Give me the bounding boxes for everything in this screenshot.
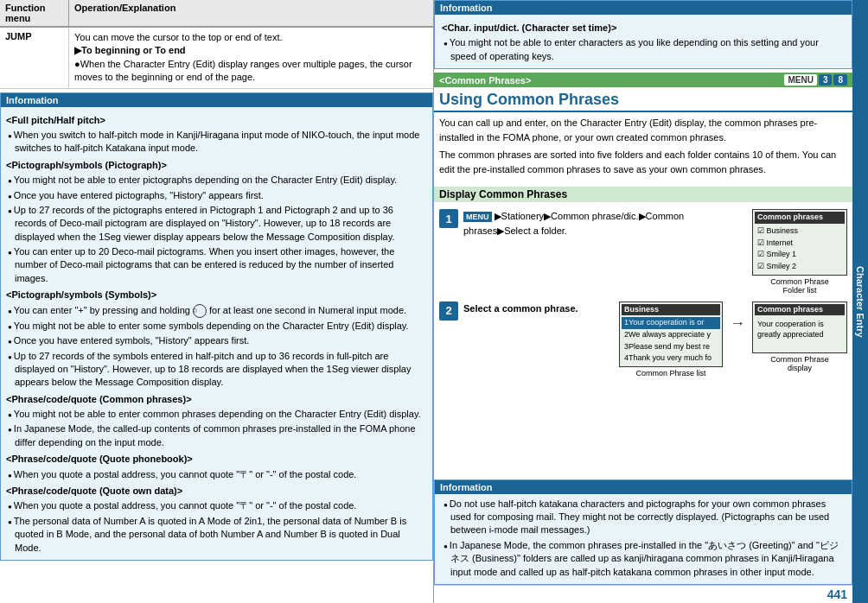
step2-num: 2 bbox=[439, 302, 458, 321]
step2-caption1: Common Phrase list bbox=[635, 369, 705, 378]
left-info-box: Information <Full pitch/Half pitch> When… bbox=[0, 92, 433, 561]
head-full-pitch: <Full pitch/Half pitch> bbox=[6, 114, 427, 127]
step2-caption2: Common Phrasedisplay bbox=[770, 355, 829, 372]
bottom-bullet-2: In Japanese Mode, the common phrases pre… bbox=[442, 539, 845, 579]
step1-caption: Common PhraseFolder list bbox=[770, 277, 829, 295]
page-footer: 441 bbox=[434, 585, 852, 603]
table-row-jump: JUMP You can move the cursor to the top … bbox=[0, 28, 433, 89]
char-input-head: <Char. input/dict. (Character set time)> bbox=[442, 22, 845, 35]
screen2-item4: 4Thank you very much fo bbox=[622, 352, 720, 365]
screen2-title: Business bbox=[622, 304, 720, 316]
head-symbols: <Pictograph/symbols (Symbols)> bbox=[6, 289, 427, 302]
head-pictograph: <Pictograph/symbols (Pictograph)> bbox=[6, 159, 427, 172]
left-info-content: <Full pitch/Half pitch> When you switch … bbox=[1, 107, 432, 560]
bottom-info-box: Information Do not use half-pitch kataka… bbox=[434, 479, 852, 585]
body-para-2: The common phrases are sorted into five … bbox=[439, 148, 847, 176]
step2-screen2: Common phrases Your cooperation is great… bbox=[752, 302, 847, 353]
left-column: Function menu Operation/Explanation JUMP… bbox=[0, 0, 434, 603]
char-input-bullet: You might not be able to enter character… bbox=[442, 36, 845, 63]
screen1-title: Common phrases bbox=[755, 212, 845, 224]
menu-icon: MENU bbox=[463, 212, 492, 222]
bullet-pict-3: Up to 27 records of the pictographs ente… bbox=[6, 204, 427, 244]
left-info-header: Information bbox=[1, 93, 432, 107]
screen3-title: Common phrases bbox=[755, 304, 845, 316]
step2-screen1-container: Business 1Your cooperation is or 2We alw… bbox=[619, 302, 723, 378]
section-tag-bar: <Common Phrases> MENU 3 8 bbox=[434, 73, 852, 87]
op-jump-line1: You can move the cursor to the top or en… bbox=[74, 31, 428, 44]
head-quote-own: <Phrase/code/quote (Quote own data)> bbox=[6, 485, 427, 498]
step2-screen1: Business 1Your cooperation is or 2We alw… bbox=[619, 302, 723, 367]
common-phrases-section: <Common Phrases> MENU 3 8 Using Common P… bbox=[434, 69, 852, 585]
section-tag-label: <Common Phrases> bbox=[439, 75, 531, 86]
bullet-cp-1: You might not be able to enter common ph… bbox=[6, 408, 427, 421]
circle-icon: ○ bbox=[193, 304, 207, 318]
sidebar-label: Character Entry bbox=[852, 0, 868, 603]
section-symbols: <Pictograph/symbols (Symbols)> You can e… bbox=[6, 289, 427, 389]
right-top-info-box: Information <Char. input/dict. (Characte… bbox=[434, 0, 852, 69]
step1-text: MENU ▶Stationery▶Common phrase/dic.▶Comm… bbox=[463, 209, 747, 238]
bullet-pict-4: You can enter up to 20 Deco-mail pictogr… bbox=[6, 245, 427, 285]
table-header: Function menu Operation/Explanation bbox=[0, 0, 433, 28]
step2-images: Business 1Your cooperation is or 2We alw… bbox=[619, 302, 847, 378]
step1-row: 1 MENU ▶Stationery▶Common phrase/dic.▶Co… bbox=[434, 206, 852, 297]
section-common-phrases: <Phrase/code/quote (Common phrases)> You… bbox=[6, 393, 427, 450]
op-jump-line3: ●When the Character Entry (Edit) display… bbox=[74, 58, 428, 85]
head-quote-phonebook: <Phrase/code/quote (Quote phonebook)> bbox=[6, 453, 427, 466]
bottom-info-header: Information bbox=[435, 480, 852, 494]
screen1-item-smiley2: ☑ Smiley 2 bbox=[755, 261, 845, 273]
bullet-qo-1: When you quote a postal address, you can… bbox=[6, 499, 427, 512]
section-body: You can call up and enter, on the Charac… bbox=[434, 112, 852, 183]
section-main-title: Using Common Phrases bbox=[434, 87, 852, 112]
func-jump: JUMP bbox=[0, 28, 69, 88]
bullet-pict-2: Once you have entered pictographs, "Hist… bbox=[6, 189, 427, 202]
num-badge-8: 8 bbox=[833, 74, 847, 86]
screen2-item1: 1Your cooperation is or bbox=[622, 317, 720, 329]
right-col-inner: Information <Char. input/dict. (Characte… bbox=[434, 0, 852, 603]
screen1-item-business: ☑ Business bbox=[755, 225, 845, 238]
bullet-sym-4: Up to 27 records of the symbols entered … bbox=[6, 350, 427, 390]
step1-screen: Common phrases ☑ Business ☑ Internet ☑ S… bbox=[752, 209, 847, 275]
steps-area: 1 MENU ▶Stationery▶Common phrase/dic.▶Co… bbox=[434, 202, 852, 475]
op-jump-line2: ▶To beginning or To end bbox=[74, 44, 428, 57]
step1-image-area: Common phrases ☑ Business ☑ Internet ☑ S… bbox=[752, 209, 847, 294]
right-column: Information <Char. input/dict. (Characte… bbox=[434, 0, 868, 603]
display-section-header: Display Common Phrases bbox=[434, 187, 852, 202]
section-quote-phonebook: <Phrase/code/quote (Quote phonebook)> Wh… bbox=[6, 453, 427, 481]
bullet-pict-1: You might not be able to enter pictograp… bbox=[6, 174, 427, 187]
bullet-cp-2: In Japanese Mode, the called-up contents… bbox=[6, 422, 427, 449]
sidebar-label-text: Character Entry bbox=[855, 266, 865, 338]
num-badge-3: 3 bbox=[819, 74, 833, 86]
right-info-header: Information bbox=[435, 1, 852, 15]
screen1-item-smiley1: ☑ Smiley 1 bbox=[755, 249, 845, 261]
bullet-sym-1: You can enter "+" by pressing and holdin… bbox=[6, 304, 427, 318]
right-col-with-sidebar: Information <Char. input/dict. (Characte… bbox=[434, 0, 868, 603]
bottom-bullet-1: Do not use half-pitch katakana character… bbox=[442, 498, 845, 537]
step2-row: 2 Select a common phrase. Business 1Your… bbox=[434, 298, 852, 381]
screen2-item2: 2We always appreciate y bbox=[622, 329, 720, 341]
op-jump: You can move the cursor to the top or en… bbox=[69, 28, 433, 88]
bullet-qo-2: The personal data of Number A is quoted … bbox=[6, 515, 427, 555]
body-para-1: You can call up and enter, on the Charac… bbox=[439, 116, 847, 144]
screen3-content: Your cooperation is greatly appreciated bbox=[755, 317, 845, 342]
bullet-qp-1: When you quote a postal address, you can… bbox=[6, 468, 427, 481]
screen2-item3: 3Please send my best re bbox=[622, 341, 720, 353]
section-tag-nums: MENU 3 8 bbox=[784, 74, 847, 86]
bottom-info-content: Do not use half-pitch katakana character… bbox=[435, 494, 852, 584]
step2-text: Select a common phrase. bbox=[463, 302, 609, 316]
step2-screen2-container: Common phrases Your cooperation is great… bbox=[752, 302, 847, 372]
step1-instruction: ▶Stationery▶Common phrase/dic.▶Common ph… bbox=[463, 211, 684, 236]
section-full-pitch: <Full pitch/Half pitch> When you switch … bbox=[6, 114, 427, 156]
col-operation: Operation/Explanation bbox=[69, 0, 433, 26]
arrow-right-icon: → bbox=[730, 314, 745, 333]
bullet-full-pitch-1: When you switch to half-pitch mode in Ka… bbox=[6, 129, 427, 156]
col-function-menu: Function menu bbox=[0, 0, 69, 26]
section-quote-own: <Phrase/code/quote (Quote own data)> Whe… bbox=[6, 485, 427, 555]
screen1-item-internet: ☑ Internet bbox=[755, 238, 845, 250]
bullet-sym-3: Once you have entered symbols, "History"… bbox=[6, 334, 427, 347]
head-common-phrases: <Phrase/code/quote (Common phrases)> bbox=[6, 393, 427, 406]
section-pictograph: <Pictograph/symbols (Pictograph)> You mi… bbox=[6, 159, 427, 286]
menu-badge: MENU bbox=[784, 74, 816, 86]
bullet-sym-2: You might not be able to enter some symb… bbox=[6, 320, 427, 333]
step1-num: 1 bbox=[439, 209, 458, 228]
right-info-content: <Char. input/dict. (Character set time)>… bbox=[435, 15, 852, 68]
